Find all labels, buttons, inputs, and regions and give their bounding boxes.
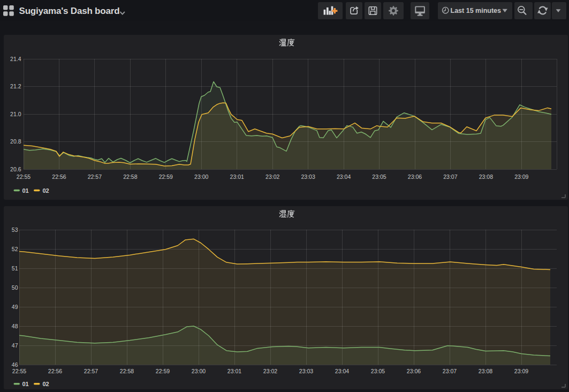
svg-text:23:09: 23:09 [514, 368, 528, 374]
svg-text:22:59: 22:59 [156, 368, 170, 374]
svg-text:23:06: 23:06 [407, 368, 421, 374]
svg-text:23:02: 23:02 [265, 174, 279, 180]
svg-text:22:57: 22:57 [84, 368, 98, 374]
svg-text:53: 53 [12, 227, 18, 233]
svg-text:22:59: 22:59 [159, 174, 173, 180]
svg-text:23:05: 23:05 [371, 368, 385, 374]
svg-text:23:05: 23:05 [372, 174, 386, 180]
svg-text:02: 02 [43, 187, 49, 194]
svg-text:47: 47 [12, 342, 18, 349]
svg-text:22:56: 22:56 [48, 368, 62, 374]
svg-text:02: 02 [43, 381, 49, 387]
svg-text:23:03: 23:03 [301, 174, 315, 180]
svg-text:23:08: 23:08 [479, 368, 492, 374]
svg-text:22:55: 22:55 [17, 174, 31, 180]
svg-text:23:04: 23:04 [337, 174, 351, 180]
svg-text:20.6: 20.6 [10, 166, 21, 172]
svg-text:52: 52 [12, 246, 18, 252]
svg-text:22:55: 22:55 [12, 368, 26, 374]
svg-text:23:01: 23:01 [230, 174, 244, 180]
svg-text:22:57: 22:57 [88, 174, 102, 180]
svg-text:48: 48 [12, 323, 18, 329]
svg-text:01: 01 [22, 187, 29, 194]
svg-text:49: 49 [12, 304, 18, 310]
svg-text:01: 01 [22, 381, 29, 387]
svg-text:23:09: 23:09 [514, 174, 528, 180]
svg-text:50: 50 [12, 284, 18, 291]
svg-text:51: 51 [12, 265, 18, 272]
svg-text:21.2: 21.2 [10, 83, 21, 89]
svg-text:22:58: 22:58 [123, 174, 137, 180]
svg-text:23:08: 23:08 [479, 174, 493, 180]
svg-text:Sugiyama's Dash board: Sugiyama's Dash board [19, 6, 120, 16]
svg-text:46: 46 [12, 361, 18, 368]
svg-text:22:56: 22:56 [52, 174, 66, 180]
svg-text:23:04: 23:04 [335, 368, 349, 374]
svg-text:23:01: 23:01 [227, 368, 241, 374]
svg-text:23:00: 23:00 [192, 368, 206, 374]
svg-text:21.0: 21.0 [10, 111, 21, 117]
svg-text:22:58: 22:58 [120, 368, 134, 374]
svg-text:20.8: 20.8 [10, 138, 21, 145]
svg-text:21.4: 21.4 [10, 56, 21, 62]
svg-text:23:07: 23:07 [443, 174, 457, 180]
svg-text:Last 15 minutes: Last 15 minutes [451, 7, 502, 14]
svg-text:23:03: 23:03 [299, 368, 313, 374]
svg-text:23:00: 23:00 [194, 174, 208, 180]
svg-text:23:07: 23:07 [443, 368, 457, 374]
svg-text:23:02: 23:02 [263, 368, 277, 374]
svg-text:23:06: 23:06 [408, 174, 422, 180]
